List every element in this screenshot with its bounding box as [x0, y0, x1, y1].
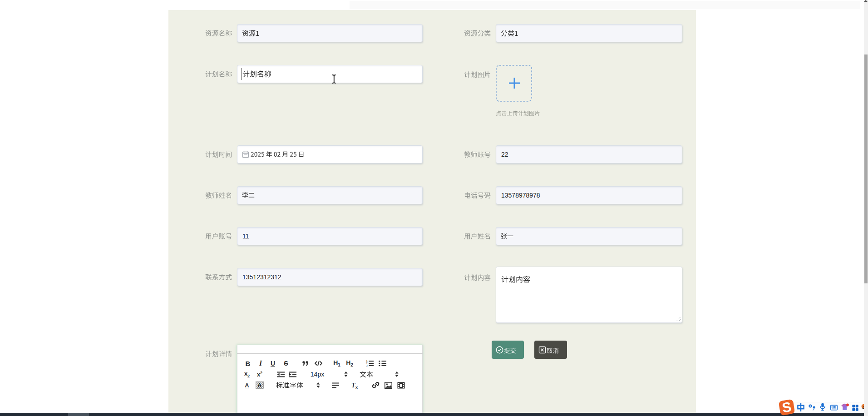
svg-text:A: A [257, 382, 262, 389]
svg-text:3: 3 [366, 364, 367, 366]
svg-text:x: x [355, 385, 358, 389]
